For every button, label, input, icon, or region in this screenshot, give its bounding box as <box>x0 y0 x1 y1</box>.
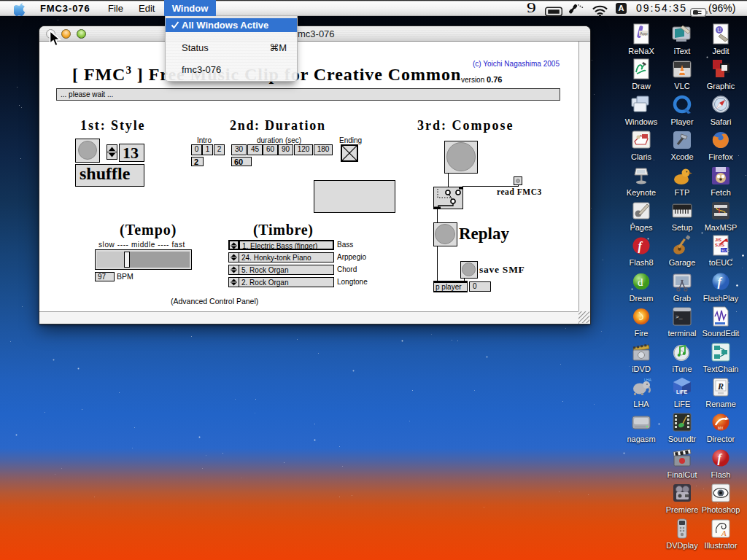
svg-text:App: App <box>640 31 648 36</box>
svg-text:d: d <box>638 276 643 288</box>
svg-text:LHA: LHA <box>644 378 651 382</box>
svg-text:JIS: JIS <box>715 238 721 242</box>
svg-text:EUC: EUC <box>721 248 729 252</box>
svg-text:LiFE: LiFE <box>676 389 687 394</box>
svg-text:A: A <box>721 529 727 537</box>
svg-text:MX: MX <box>718 426 724 430</box>
svg-text:SJIS: SJIS <box>715 243 724 247</box>
svg-text:>_: >_ <box>676 314 683 320</box>
svg-text:U: U <box>717 27 721 34</box>
svg-text:R: R <box>717 381 724 392</box>
